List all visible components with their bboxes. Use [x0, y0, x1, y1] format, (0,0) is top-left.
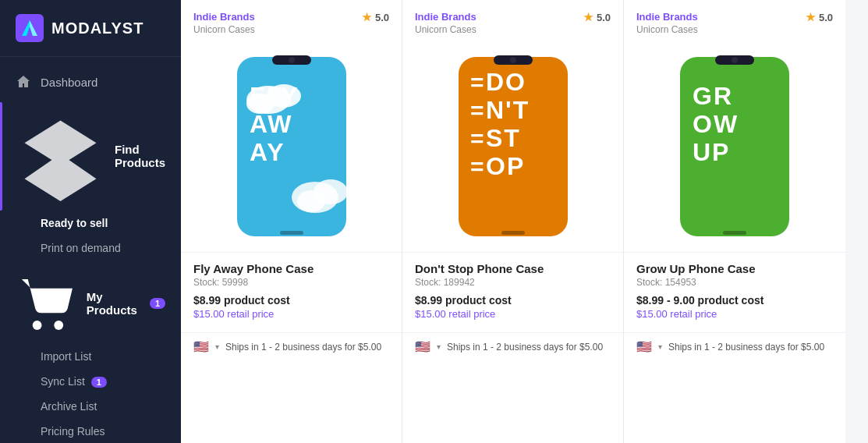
- sidebar-sub-print-on-demand[interactable]: Print on demand: [0, 236, 181, 260]
- product-image-fly-away: FLYAWAY: [229, 53, 354, 240]
- svg-text:GR: GR: [693, 82, 733, 110]
- pricing-rules-label: Pricing Rules: [41, 425, 105, 438]
- rating-value-fly-away: 5.0: [375, 12, 389, 23]
- cart-icon: [16, 273, 77, 335]
- app-name: MODALYST: [51, 19, 143, 37]
- product-retail-fly-away: $15.00 retail price: [193, 308, 389, 320]
- svg-text:FLY: FLY: [250, 82, 299, 110]
- svg-point-9: [289, 57, 295, 63]
- svg-text:OP: OP: [486, 152, 525, 180]
- card-supplier-dont-stop: Unicorn Cases: [415, 24, 477, 35]
- logo-area: MODALYST: [0, 0, 181, 57]
- my-products-label: My Products: [87, 290, 137, 317]
- card-supplier-fly-away: Unicorn Cases: [193, 24, 255, 35]
- svg-point-4: [54, 321, 63, 330]
- card-info-dont-stop: Don't Stop Phone Case Stock: 189942 $8.9…: [402, 252, 623, 332]
- card-header-grow-up: Indie Brands Unicorn Cases ★ 5.0: [624, 0, 845, 41]
- svg-rect-24: [501, 231, 525, 235]
- import-list-label: Import List: [41, 350, 91, 363]
- home-icon: [16, 74, 31, 90]
- active-indicator: [0, 102, 2, 211]
- svg-text:=: =: [470, 154, 485, 179]
- rating-value-grow-up: 5.0: [819, 12, 833, 23]
- sidebar-item-my-products[interactable]: My Products 1: [0, 264, 181, 344]
- card-shipping-dont-stop: 🇺🇸 ▾ Ships in 1 - 2 business days for $5…: [402, 332, 623, 363]
- sidebar-sub-import-list[interactable]: Import List: [0, 344, 181, 369]
- layers-icon: [16, 112, 105, 201]
- svg-point-16: [297, 190, 325, 212]
- product-retail-grow-up: $15.00 retail price: [636, 308, 833, 320]
- product-stock-fly-away: Stock: 59998: [193, 277, 389, 288]
- flag-dropdown-grow-up[interactable]: ▾: [657, 342, 664, 351]
- product-name-grow-up: Grow Up Phone Case: [636, 262, 833, 275]
- product-stock-grow-up: Stock: 154953: [636, 277, 833, 288]
- svg-text:ST: ST: [486, 124, 521, 152]
- card-shipping-grow-up: 🇺🇸 ▾ Ships in 1 - 2 business days for $5…: [624, 332, 845, 363]
- star-icon: ★: [583, 11, 593, 23]
- sidebar-sub-pricing-rules[interactable]: Pricing Rules: [0, 419, 181, 443]
- shipping-text-fly-away: Ships in 1 - 2 business days for $5.00: [225, 342, 381, 353]
- print-on-demand-label: Print on demand: [41, 242, 121, 254]
- product-stock-dont-stop: Stock: 189942: [415, 277, 611, 288]
- svg-point-23: [510, 57, 516, 63]
- card-brand-grow-up: Indie Brands: [636, 11, 698, 23]
- sidebar-item-dashboard[interactable]: Dashboard: [0, 65, 181, 99]
- svg-rect-10: [280, 231, 303, 235]
- flag-us-dont-stop: 🇺🇸: [415, 339, 430, 354]
- card-brand-fly-away: Indie Brands: [193, 11, 255, 23]
- card-shipping-fly-away: 🇺🇸 ▾ Ships in 1 - 2 business days for $5…: [181, 332, 402, 363]
- product-card-grow-up[interactable]: Indie Brands Unicorn Cases ★ 5.0 GROWUP …: [624, 0, 845, 443]
- svg-text:N'T: N'T: [486, 96, 530, 124]
- product-card-fly-away[interactable]: Indie Brands Unicorn Cases ★ 5.0 FLYAWAY…: [181, 0, 402, 443]
- sync-list-badge: 1: [91, 377, 107, 388]
- card-supplier-grow-up: Unicorn Cases: [636, 24, 698, 35]
- product-name-fly-away: Fly Away Phone Case: [193, 262, 389, 275]
- svg-rect-0: [16, 14, 44, 42]
- my-products-badge: 1: [150, 298, 165, 309]
- product-image-grow-up: GROWUP: [672, 53, 797, 240]
- product-name-dont-stop: Don't Stop Phone Case: [415, 262, 611, 275]
- card-brand-dont-stop: Indie Brands: [415, 11, 477, 23]
- card-image-area-fly-away: FLYAWAY: [181, 41, 402, 252]
- sidebar-sub-ready-to-sell[interactable]: Ready to sell: [0, 211, 181, 236]
- card-header-fly-away: Indie Brands Unicorn Cases ★ 5.0: [181, 0, 402, 41]
- star-icon: ★: [362, 11, 372, 23]
- sidebar-sub-sync-list[interactable]: Sync List 1: [0, 369, 181, 394]
- main-content: Indie Brands Unicorn Cases ★ 5.0 FLYAWAY…: [181, 0, 868, 443]
- my-products-section: My Products 1 Import List Sync List 1 Ar…: [0, 264, 181, 443]
- flag-dropdown-dont-stop[interactable]: ▾: [435, 342, 442, 351]
- product-image-dont-stop: =DO=N'T=ST=OP: [451, 53, 576, 240]
- card-header-dont-stop: Indie Brands Unicorn Cases ★ 5.0: [402, 0, 623, 41]
- sync-list-label: Sync List: [41, 375, 85, 388]
- card-rating-fly-away: ★ 5.0: [362, 11, 389, 23]
- shipping-text-grow-up: Ships in 1 - 2 business days for $5.00: [668, 342, 824, 353]
- svg-text:AW: AW: [250, 110, 293, 138]
- archive-list-label: Archive List: [41, 400, 97, 413]
- product-cost-grow-up: $8.99 - 9.00 product cost: [636, 294, 833, 307]
- sidebar: MODALYST Dashboard Find Products Ready t…: [0, 0, 181, 443]
- sidebar-item-find-products[interactable]: Find Products: [0, 102, 181, 211]
- svg-rect-37: [723, 231, 746, 235]
- card-rating-grow-up: ★ 5.0: [806, 11, 833, 23]
- star-icon: ★: [806, 11, 816, 23]
- svg-text:AY: AY: [250, 138, 285, 166]
- card-image-area-grow-up: GROWUP: [624, 41, 845, 252]
- flag-us-grow-up: 🇺🇸: [636, 339, 652, 354]
- ready-to-sell-label: Ready to sell: [41, 217, 108, 229]
- flag-dropdown-fly-away[interactable]: ▾: [214, 342, 221, 351]
- product-cost-fly-away: $8.99 product cost: [193, 294, 389, 307]
- shipping-text-dont-stop: Ships in 1 - 2 business days for $5.00: [447, 342, 603, 353]
- flag-us-fly-away: 🇺🇸: [193, 339, 209, 354]
- find-products-label: Find Products: [115, 143, 165, 169]
- svg-text:DO: DO: [486, 68, 526, 96]
- card-rating-dont-stop: ★ 5.0: [583, 11, 611, 23]
- product-card-dont-stop[interactable]: Indie Brands Unicorn Cases ★ 5.0 =DO=N'T…: [402, 0, 624, 443]
- card-info-grow-up: Grow Up Phone Case Stock: 154953 $8.99 -…: [624, 252, 845, 332]
- modalyst-logo-icon: [16, 14, 44, 42]
- find-products-section: Find Products Ready to sell Print on dem…: [0, 102, 181, 260]
- dashboard-label: Dashboard: [41, 76, 97, 89]
- card-info-fly-away: Fly Away Phone Case Stock: 59998 $8.99 p…: [181, 252, 402, 332]
- svg-text:=: =: [470, 97, 485, 123]
- sidebar-sub-archive-list[interactable]: Archive List: [0, 394, 181, 419]
- svg-point-36: [732, 57, 738, 63]
